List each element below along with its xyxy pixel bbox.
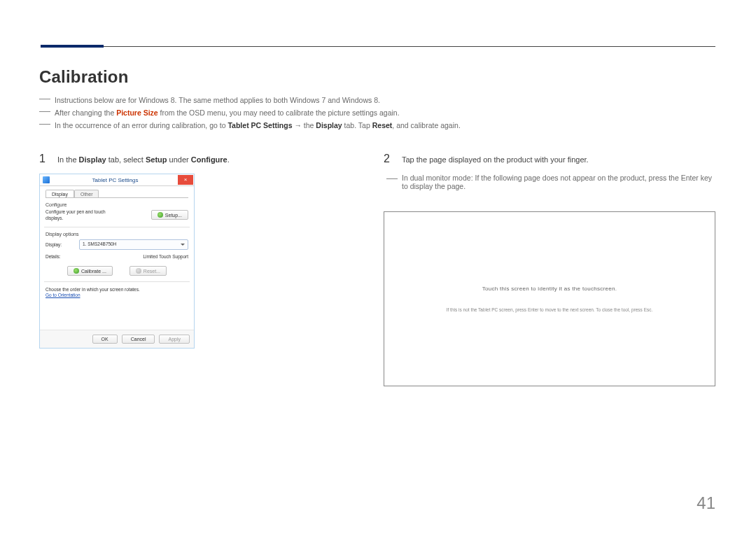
header-rule bbox=[41, 46, 715, 47]
step-1: 1 In the Display tab, select Setup under… bbox=[39, 153, 349, 165]
display-options-heading: Display options bbox=[46, 232, 188, 237]
window-title: Tablet PC Settings bbox=[52, 177, 178, 183]
step-2-number: 2 bbox=[384, 153, 393, 165]
intro-note-3-text: In the occurrence of an error during cal… bbox=[55, 119, 715, 132]
tablet-pc-settings-window: Tablet PC Settings × Display Other Confi… bbox=[39, 174, 195, 349]
ok-button[interactable]: OK bbox=[92, 335, 118, 344]
page-title: Calibration bbox=[39, 67, 129, 87]
header-accent bbox=[41, 45, 104, 48]
setup-button[interactable]: Setup... bbox=[151, 210, 188, 220]
step-2-text: Tap the page displayed on the product wi… bbox=[402, 155, 589, 164]
step-2-note: In dual monitor mode: If the following p… bbox=[386, 174, 715, 190]
intro-block: Instructions below are for Windows 8. Th… bbox=[39, 94, 715, 132]
touch-panel-line1: Touch this screen to identity it as the … bbox=[482, 286, 617, 292]
setup-icon bbox=[158, 212, 163, 218]
details-label: Details: bbox=[46, 254, 75, 259]
cancel-button[interactable]: Cancel bbox=[122, 335, 155, 344]
configure-heading: Configure bbox=[46, 202, 188, 207]
details-value: Limited Touch Support bbox=[143, 254, 188, 259]
reset-button-label: Reset... bbox=[144, 269, 160, 274]
step-2: 2 Tap the page displayed on the product … bbox=[384, 153, 715, 165]
picture-size-emph: Picture Size bbox=[116, 108, 158, 117]
step-2-note-text: In dual monitor mode: If the following p… bbox=[402, 174, 715, 190]
intro-note-1-text: Instructions below are for Windows 8. Th… bbox=[55, 94, 715, 106]
apply-button[interactable]: Apply bbox=[159, 335, 190, 344]
display-select[interactable]: 1. SMS24B750H bbox=[79, 239, 188, 250]
go-to-orientation-link[interactable]: Go to Orientation bbox=[46, 293, 80, 297]
page-number: 41 bbox=[696, 493, 715, 513]
intro-note-3: In the occurrence of an error during cal… bbox=[39, 119, 715, 132]
setup-button-label: Setup... bbox=[165, 213, 182, 218]
intro-note-1: Instructions below are for Windows 8. Th… bbox=[39, 94, 715, 106]
tab-other[interactable]: Other bbox=[74, 190, 99, 197]
window-tabs: Display Other bbox=[46, 189, 188, 197]
configure-desc: Configure your pen and touch displays. bbox=[46, 209, 122, 221]
reset-icon bbox=[136, 268, 141, 274]
touch-screen-panel: Touch this screen to identity it as the … bbox=[384, 211, 715, 386]
rotate-desc: Choose the order in which your screen ro… bbox=[46, 286, 188, 293]
tab-display[interactable]: Display bbox=[46, 190, 74, 197]
window-icon bbox=[43, 176, 50, 183]
column-right: 2 Tap the page displayed on the product … bbox=[384, 153, 715, 386]
dialog-footer: OK Cancel Apply bbox=[40, 330, 194, 348]
calibrate-icon bbox=[74, 268, 79, 274]
step-1-text: In the Display tab, select Setup under C… bbox=[57, 155, 230, 164]
calibrate-button-label: Calibrate ... bbox=[81, 269, 106, 274]
column-left: 1 In the Display tab, select Setup under… bbox=[39, 153, 349, 386]
intro-note-2: After changing the Picture Size from the… bbox=[39, 106, 715, 119]
window-titlebar: Tablet PC Settings × bbox=[40, 174, 194, 186]
calibrate-button[interactable]: Calibrate ... bbox=[67, 266, 113, 276]
intro-note-2-text: After changing the Picture Size from the… bbox=[55, 106, 715, 119]
step-1-number: 1 bbox=[39, 153, 49, 165]
close-button[interactable]: × bbox=[178, 175, 193, 185]
display-label: Display: bbox=[46, 242, 75, 247]
reset-button[interactable]: Reset... bbox=[130, 266, 167, 276]
touch-panel-line2: If this is not the Tablet PC screen, pre… bbox=[447, 307, 653, 312]
